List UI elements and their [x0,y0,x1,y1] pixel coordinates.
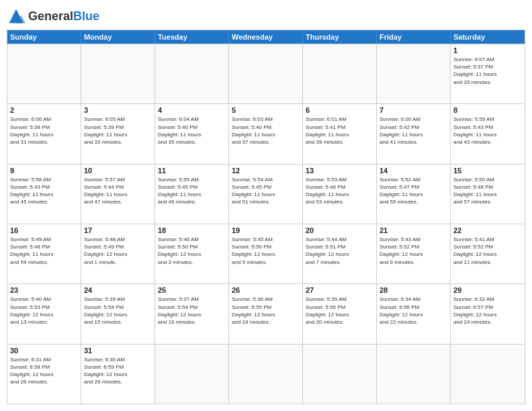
calendar-cell: 3Sunrise: 6:05 AM Sunset: 5:39 PM Daylig… [81,104,155,163]
day-info: Sunrise: 5:54 AM Sunset: 5:45 PM Dayligh… [232,176,300,206]
day-info: Sunrise: 6:05 AM Sunset: 5:39 PM Dayligh… [84,116,152,146]
day-info: Sunrise: 5:50 AM Sunset: 5:48 PM Dayligh… [453,176,522,206]
day-number: 24 [84,286,152,294]
day-info: Sunrise: 5:53 AM Sunset: 5:46 PM Dayligh… [306,176,373,206]
day-info: Sunrise: 5:37 AM Sunset: 5:54 PM Dayligh… [158,295,226,326]
day-number: 8 [453,106,522,114]
logo: GeneralBlue [7,7,99,26]
calendar-cell: 4Sunrise: 6:04 AM Sunset: 5:40 PM Daylig… [155,104,229,163]
day-info: Sunrise: 5:40 AM Sunset: 5:53 PM Dayligh… [10,295,78,326]
day-info: Sunrise: 5:57 AM Sunset: 5:44 PM Dayligh… [84,176,152,206]
day-info: Sunrise: 5:59 AM Sunset: 5:43 PM Dayligh… [453,116,522,146]
day-number: 22 [453,226,522,234]
day-number: 23 [10,286,78,294]
day-number: 31 [84,347,152,355]
day-number: 7 [380,106,447,114]
calendar: SundayMondayTuesdayWednesdayThursdayFrid… [7,30,525,404]
day-info: Sunrise: 6:34 AM Sunset: 6:56 PM Dayligh… [380,295,447,326]
calendar-cell: 7Sunrise: 6:00 AM Sunset: 5:42 PM Daylig… [377,104,451,163]
day-number: 6 [306,106,373,114]
calendar-cell: 6Sunrise: 6:01 AM Sunset: 5:41 PM Daylig… [303,104,377,163]
calendar-body: 1Sunrise: 6:07 AM Sunset: 5:37 PM Daylig… [7,44,525,404]
day-info: Sunrise: 5:35 AM Sunset: 5:56 PM Dayligh… [306,295,373,326]
weekday-header: Sunday [7,30,81,44]
calendar-cell [81,44,155,103]
day-info: Sunrise: 6:07 AM Sunset: 5:37 PM Dayligh… [453,56,522,86]
day-number: 4 [158,106,226,114]
calendar-cell: 18Sunrise: 5:46 AM Sunset: 5:50 PM Dayli… [155,224,229,283]
day-info: Sunrise: 6:00 AM Sunset: 5:42 PM Dayligh… [380,116,447,146]
day-info: Sunrise: 5:43 AM Sunset: 5:52 PM Dayligh… [380,236,447,266]
day-info: Sunrise: 5:41 AM Sunset: 5:52 PM Dayligh… [453,236,522,266]
day-number: 1 [453,46,522,54]
calendar-cell: 17Sunrise: 5:48 AM Sunset: 5:49 PM Dayli… [81,224,155,283]
calendar-cell: 11Sunrise: 5:55 AM Sunset: 5:45 PM Dayli… [155,165,229,224]
calendar-row: 30Sunrise: 6:31 AM Sunset: 6:58 PM Dayli… [7,344,525,404]
day-number: 14 [380,167,447,175]
calendar-cell [229,44,303,103]
calendar-cell: 24Sunrise: 5:39 AM Sunset: 5:54 PM Dayli… [81,284,155,343]
day-info: Sunrise: 6:03 AM Sunset: 5:40 PM Dayligh… [232,116,300,146]
calendar-cell: 1Sunrise: 6:07 AM Sunset: 5:37 PM Daylig… [451,44,525,103]
day-number: 21 [380,226,447,234]
calendar-cell: 25Sunrise: 5:37 AM Sunset: 5:54 PM Dayli… [155,284,229,343]
logo-icon [7,7,26,26]
day-info: Sunrise: 5:39 AM Sunset: 5:54 PM Dayligh… [84,295,152,326]
calendar-row: 1Sunrise: 6:07 AM Sunset: 5:37 PM Daylig… [7,44,525,103]
day-number: 9 [10,167,78,175]
calendar-row: 23Sunrise: 5:40 AM Sunset: 5:53 PM Dayli… [7,283,525,343]
day-number: 18 [158,226,226,234]
calendar-cell: 2Sunrise: 6:06 AM Sunset: 5:38 PM Daylig… [7,104,81,163]
calendar-cell: 28Sunrise: 6:34 AM Sunset: 6:56 PM Dayli… [377,284,451,343]
day-number: 3 [84,106,152,114]
day-number: 30 [10,347,78,355]
day-info: Sunrise: 6:01 AM Sunset: 5:41 PM Dayligh… [306,116,373,146]
calendar-cell [377,345,451,404]
day-number: 27 [306,286,373,294]
calendar-row: 16Sunrise: 5:49 AM Sunset: 5:48 PM Dayli… [7,224,525,283]
day-number: 28 [380,286,447,294]
day-number: 5 [232,106,300,114]
calendar-cell [155,345,229,404]
calendar-cell [377,44,451,103]
calendar-cell: 21Sunrise: 5:43 AM Sunset: 5:52 PM Dayli… [377,224,451,283]
calendar-cell: 16Sunrise: 5:49 AM Sunset: 5:48 PM Dayli… [7,224,81,283]
day-number: 13 [306,167,373,175]
logo-text: GeneralBlue [28,10,99,22]
day-number: 12 [232,167,300,175]
calendar-cell: 27Sunrise: 5:35 AM Sunset: 5:56 PM Dayli… [303,284,377,343]
day-number: 2 [10,106,78,114]
calendar-cell: 22Sunrise: 5:41 AM Sunset: 5:52 PM Dayli… [451,224,525,283]
calendar-row: 9Sunrise: 5:58 AM Sunset: 5:43 PM Daylig… [7,164,525,224]
day-info: Sunrise: 6:32 AM Sunset: 6:57 PM Dayligh… [453,295,522,326]
day-info: Sunrise: 5:46 AM Sunset: 5:50 PM Dayligh… [158,236,226,266]
day-info: Sunrise: 5:58 AM Sunset: 5:43 PM Dayligh… [10,176,78,206]
calendar-cell: 20Sunrise: 5:44 AM Sunset: 5:51 PM Dayli… [303,224,377,283]
calendar-cell: 31Sunrise: 6:30 AM Sunset: 6:59 PM Dayli… [81,345,155,404]
weekday-header: Friday [377,30,451,44]
day-number: 17 [84,226,152,234]
calendar-cell: 10Sunrise: 5:57 AM Sunset: 5:44 PM Dayli… [81,165,155,224]
day-number: 15 [453,167,522,175]
day-info: Sunrise: 5:36 AM Sunset: 5:55 PM Dayligh… [232,295,300,326]
weekday-header: Monday [81,30,155,44]
day-number: 19 [232,226,300,234]
calendar-cell [303,345,377,404]
header: GeneralBlue [7,7,525,26]
calendar-cell: 14Sunrise: 5:52 AM Sunset: 5:47 PM Dayli… [377,165,451,224]
weekday-header: Thursday [303,30,377,44]
day-number: 26 [232,286,300,294]
calendar-cell: 23Sunrise: 5:40 AM Sunset: 5:53 PM Dayli… [7,284,81,343]
day-info: Sunrise: 5:48 AM Sunset: 5:49 PM Dayligh… [84,236,152,266]
calendar-cell: 30Sunrise: 6:31 AM Sunset: 6:58 PM Dayli… [7,345,81,404]
day-number: 10 [84,167,152,175]
page: GeneralBlue SundayMondayTuesdayWednesday… [0,0,532,411]
calendar-cell: 13Sunrise: 5:53 AM Sunset: 5:46 PM Dayli… [303,165,377,224]
calendar-cell: 15Sunrise: 5:50 AM Sunset: 5:48 PM Dayli… [451,165,525,224]
calendar-cell: 5Sunrise: 6:03 AM Sunset: 5:40 PM Daylig… [229,104,303,163]
calendar-cell [7,44,81,103]
day-number: 29 [453,286,522,294]
calendar-cell: 19Sunrise: 5:45 AM Sunset: 5:50 PM Dayli… [229,224,303,283]
day-info: Sunrise: 6:04 AM Sunset: 5:40 PM Dayligh… [158,116,226,146]
calendar-cell: 12Sunrise: 5:54 AM Sunset: 5:45 PM Dayli… [229,165,303,224]
